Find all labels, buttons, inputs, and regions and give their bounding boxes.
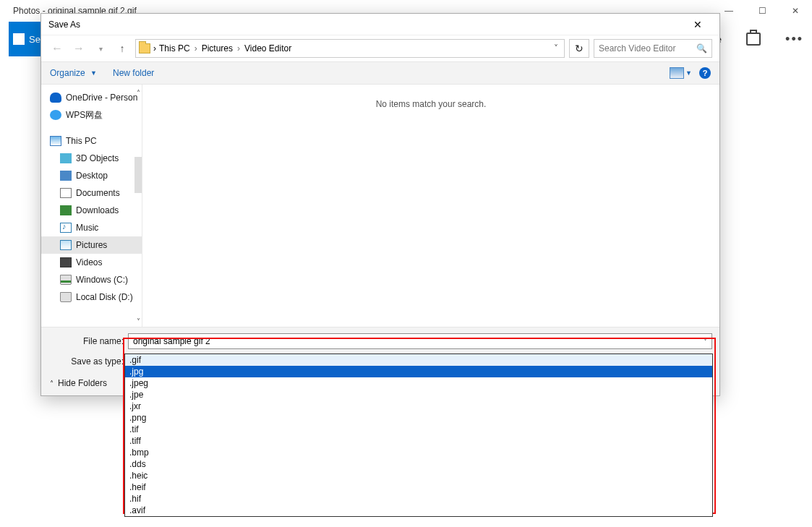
window-buttons: — ☐ ✕ xyxy=(712,0,812,22)
forward-arrow-icon: → xyxy=(73,42,85,55)
chevron-right-icon: › xyxy=(237,43,240,53)
help-icon: ? xyxy=(703,69,708,77)
cloud-icon xyxy=(50,93,61,103)
organize-button[interactable]: Organize ▼ xyxy=(50,68,97,78)
savetype-dropdown-list: .gif.jpg.jpeg.jpe.jxr.png.tif.tiff.bmp.d… xyxy=(124,354,713,517)
filename-label: File name: xyxy=(48,336,128,346)
drive-icon xyxy=(60,275,72,285)
tree-item-documents[interactable]: Documents xyxy=(41,184,142,202)
tree-item-videos[interactable]: Videos xyxy=(41,254,142,271)
recent-locations-button[interactable]: ▾ xyxy=(92,40,109,57)
print-icon[interactable] xyxy=(746,33,761,46)
empty-message: No items match your search. xyxy=(376,99,487,109)
tree-item-label: Videos xyxy=(76,257,102,267)
address-bar[interactable]: › This PC › Pictures › Video Editor ˅ xyxy=(135,39,565,58)
vid-icon xyxy=(60,257,72,267)
hide-folders-label: Hide Folders xyxy=(58,378,107,388)
close-window-button[interactable]: ✕ xyxy=(779,0,812,22)
tree-item-onedrive-person[interactable]: OneDrive - Person xyxy=(41,89,142,106)
filetype-option[interactable]: .jpe xyxy=(125,389,712,400)
filename-input[interactable]: original sample gif 2 ˅ xyxy=(128,333,712,349)
close-x-icon: ✕ xyxy=(693,19,702,30)
refresh-icon: ↻ xyxy=(575,43,584,54)
chevron-down-icon[interactable]: ˅ xyxy=(704,338,707,346)
tree-item-label: Music xyxy=(76,223,98,233)
tree-item-label: Downloads xyxy=(76,205,119,215)
tree-scrollbar[interactable] xyxy=(134,157,142,193)
tree-item-3d-objects[interactable]: 3D Objects xyxy=(41,150,142,167)
breadcrumb-sep: › xyxy=(153,43,156,53)
new-folder-button[interactable]: New folder xyxy=(113,68,154,78)
tree-item-pictures[interactable]: Pictures xyxy=(41,236,142,254)
chevron-down-icon: ▼ xyxy=(90,69,97,77)
crumb-2[interactable]: Video Editor xyxy=(244,43,291,53)
save-as-dialog: Save As ✕ ← → ▾ ↑ › This PC › Pictures ›… xyxy=(40,13,720,396)
savetype-label: Save as type: xyxy=(48,356,128,367)
drived-icon xyxy=(60,292,72,302)
tree-item-this-pc[interactable]: This PC xyxy=(41,132,142,150)
more-icon[interactable]: ••• xyxy=(785,32,803,47)
filetype-option[interactable]: .bmp xyxy=(125,447,712,458)
pic-icon xyxy=(60,240,72,250)
chevron-down-icon: ▾ xyxy=(99,45,103,53)
search-input[interactable]: Search Video Editor 🔍 xyxy=(594,39,712,58)
tree-item-local-disk-d-[interactable]: Local Disk (D:) xyxy=(41,288,142,306)
filetype-option[interactable]: .heic xyxy=(125,470,712,481)
filetype-option[interactable]: .avif xyxy=(125,505,712,516)
tree-item-windows-c-[interactable]: Windows (C:) xyxy=(41,271,142,288)
tree-item-music[interactable]: Music xyxy=(41,219,142,236)
filetype-option[interactable]: .jpeg xyxy=(125,377,712,389)
tree-item-label: Local Disk (D:) xyxy=(76,292,133,302)
tree-item-desktop[interactable]: Desktop xyxy=(41,167,142,184)
forward-button[interactable]: → xyxy=(70,40,87,57)
filetype-option[interactable]: .dds xyxy=(125,458,712,470)
filetype-option[interactable]: .jpg xyxy=(125,366,712,377)
tree-item-label: This PC xyxy=(66,136,97,146)
nav-row: ← → ▾ ↑ › This PC › Pictures › Video Edi… xyxy=(41,35,719,61)
tree-item-wps-[interactable]: WPS网盘 xyxy=(41,106,142,124)
refresh-button[interactable]: ↻ xyxy=(569,39,589,58)
filetype-option[interactable]: .jxr xyxy=(125,400,712,412)
doc-icon xyxy=(60,188,72,198)
dialog-title: Save As xyxy=(48,20,80,30)
up-button[interactable]: ↑ xyxy=(114,40,131,57)
back-button[interactable]: ← xyxy=(48,40,66,57)
filetype-option[interactable]: .hif xyxy=(125,493,712,505)
dialog-titlebar: Save As ✕ xyxy=(41,14,719,35)
filetype-option[interactable]: .gif xyxy=(125,354,712,366)
crumb-0[interactable]: This PC xyxy=(159,43,190,53)
crumb-1[interactable]: Pictures xyxy=(202,43,233,53)
maximize-icon: ☐ xyxy=(758,6,766,16)
tree-item-label: Documents xyxy=(76,188,120,198)
filetype-option[interactable]: .tif xyxy=(125,424,712,435)
nav-tree: ˄ ˅ OneDrive - PersonWPS网盘This PC3D Obje… xyxy=(41,85,142,327)
breadcrumb: This PC › Pictures › Video Editor xyxy=(159,43,291,53)
desk-icon xyxy=(60,171,72,181)
help-button[interactable]: ? xyxy=(699,67,711,79)
view-icon xyxy=(670,67,684,79)
filetype-option[interactable]: .tiff xyxy=(125,435,712,447)
box3d-icon xyxy=(60,153,72,163)
tree-item-label: 3D Objects xyxy=(76,153,119,163)
tree-chevron-up[interactable]: ˄ xyxy=(137,89,140,97)
file-list-area: No items match your search. xyxy=(142,85,719,327)
dialog-close-button[interactable]: ✕ xyxy=(683,19,712,30)
chevron-up-icon: ˄ xyxy=(50,380,54,387)
view-button[interactable]: ▼ xyxy=(670,67,692,79)
dialog-toolbar: Organize ▼ New folder ▼ ? xyxy=(41,61,719,85)
search-icon: 🔍 xyxy=(696,43,707,53)
address-dropdown-button[interactable]: ˅ xyxy=(551,43,561,53)
filetype-option[interactable]: .heif xyxy=(125,481,712,493)
tree-item-downloads[interactable]: Downloads xyxy=(41,202,142,219)
tree-item-label: Pictures xyxy=(76,240,107,250)
back-arrow-icon: ← xyxy=(51,42,63,55)
photos-app-icon xyxy=(13,33,25,45)
dialog-body: ˄ ˅ OneDrive - PersonWPS网盘This PC3D Obje… xyxy=(41,85,719,327)
minimize-icon: — xyxy=(725,6,733,16)
filetype-option[interactable]: .png xyxy=(125,412,712,424)
search-placeholder: Search Video Editor xyxy=(599,43,676,53)
tree-chevron-down[interactable]: ˅ xyxy=(137,317,140,325)
chevron-down-icon: ˅ xyxy=(554,43,558,53)
tree-item-label: OneDrive - Person xyxy=(66,93,137,103)
maximize-button[interactable]: ☐ xyxy=(745,0,779,22)
